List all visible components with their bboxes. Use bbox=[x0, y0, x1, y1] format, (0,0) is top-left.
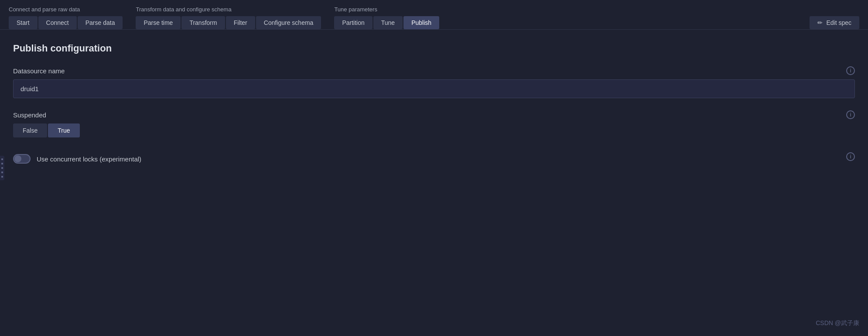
suspended-toggle-group: False True bbox=[13, 123, 855, 137]
suspended-true-button[interactable]: True bbox=[48, 123, 79, 137]
concurrent-locks-toggle[interactable] bbox=[13, 154, 31, 164]
nav-group-verify-submit: Verify and submit ✏ Edit spec bbox=[810, 6, 859, 29]
concurrent-locks-section: Use concurrent locks (experimental) i bbox=[13, 150, 855, 164]
nav-btn-tune[interactable]: Tune bbox=[373, 16, 403, 29]
datasource-name-info-icon[interactable]: i bbox=[846, 66, 855, 75]
page-title: Publish configuration bbox=[13, 43, 855, 54]
nav-btn-partition[interactable]: Partition bbox=[334, 16, 372, 29]
nav-group-transform-configure: Transform data and configure schema Pars… bbox=[136, 6, 321, 29]
suspended-label-row: Suspended i bbox=[13, 110, 855, 119]
edit-spec-button[interactable]: ✏ Edit spec bbox=[810, 16, 859, 29]
datasource-name-label-row: Datasource name i bbox=[13, 66, 855, 75]
nav-buttons-connect-parse: Start Connect Parse data bbox=[9, 16, 123, 29]
nav-group-label-transform-configure: Transform data and configure schema bbox=[136, 6, 231, 13]
concurrent-locks-label-row: Use concurrent locks (experimental) i bbox=[13, 150, 855, 164]
concurrent-locks-info-icon[interactable]: i bbox=[846, 152, 855, 161]
nav-buttons-transform-configure: Parse time Transform Filter Configure sc… bbox=[136, 16, 321, 29]
nav-group-connect-parse: Connect and parse raw data Start Connect… bbox=[9, 6, 123, 29]
suspended-false-button[interactable]: False bbox=[13, 123, 47, 137]
concurrent-locks-row: Use concurrent locks (experimental) bbox=[13, 154, 141, 164]
nav-btn-parse-time[interactable]: Parse time bbox=[136, 16, 181, 29]
datasource-name-input[interactable] bbox=[13, 79, 855, 98]
nav-btn-transform[interactable]: Transform bbox=[181, 16, 225, 29]
edit-spec-button-label: Edit spec bbox=[826, 19, 851, 26]
edit-icon: ✏ bbox=[817, 19, 823, 26]
nav-btn-publish[interactable]: Publish bbox=[403, 16, 439, 29]
nav-group-tune-parameters: Tune parameters Partition Tune Publish bbox=[334, 6, 439, 29]
toggle-switch-knob bbox=[14, 155, 21, 162]
datasource-name-section: Datasource name i bbox=[13, 66, 855, 98]
suspended-section: Suspended i False True bbox=[13, 110, 855, 137]
suspended-info-icon[interactable]: i bbox=[846, 110, 855, 119]
nav-btn-filter[interactable]: Filter bbox=[226, 16, 255, 29]
nav-btn-connect[interactable]: Connect bbox=[38, 16, 77, 29]
concurrent-locks-label: Use concurrent locks (experimental) bbox=[37, 155, 141, 163]
nav-btn-parse-data[interactable]: Parse data bbox=[78, 16, 123, 29]
watermark: CSDN @武子康 bbox=[816, 319, 859, 327]
nav-group-label-tune-parameters: Tune parameters bbox=[334, 6, 377, 13]
nav-btn-configure-schema[interactable]: Configure schema bbox=[256, 16, 321, 29]
nav-group-label-connect-parse: Connect and parse raw data bbox=[9, 6, 80, 13]
nav-buttons-tune-parameters: Partition Tune Publish bbox=[334, 16, 439, 29]
datasource-name-label: Datasource name bbox=[13, 67, 65, 75]
nav-btn-start[interactable]: Start bbox=[9, 16, 38, 29]
top-nav: Connect and parse raw data Start Connect… bbox=[0, 0, 868, 30]
suspended-label: Suspended bbox=[13, 111, 46, 119]
left-edge-decoration bbox=[0, 156, 4, 180]
main-content: Publish configuration Datasource name i … bbox=[0, 30, 868, 189]
